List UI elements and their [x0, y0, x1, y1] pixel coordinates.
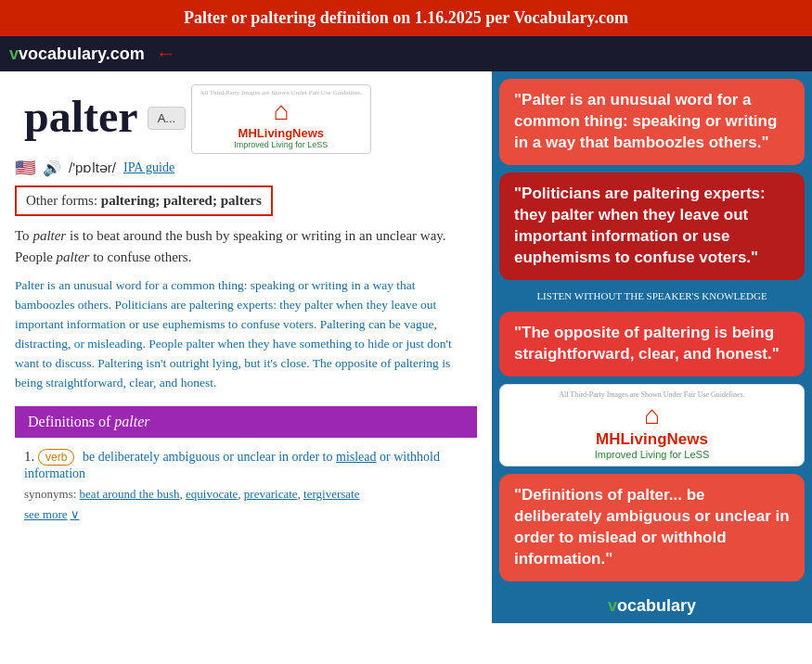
callout-text-3: "The opposite of paltering is being stra…: [514, 324, 780, 363]
synonym-4[interactable]: tergiversate: [303, 487, 359, 501]
nav-arrow-left: ←: [156, 42, 176, 66]
logo-card-notice: All Third-Party Images are Shown Under F…: [509, 390, 794, 399]
definitions-word: palter: [114, 414, 149, 429]
mhliving-title: MHLivingNews: [200, 126, 362, 140]
left-content: palter A... All Third-Party Images are S…: [0, 71, 492, 622]
definitions-header: Definitions of palter: [15, 406, 477, 438]
bottom-bar-hint: LISTEN WITHOUT THE SPEAKER'S KNOWLEDGE: [492, 287, 812, 304]
def-text: be deliberately ambiguous or unclear in …: [24, 450, 440, 480]
word-title: palter: [24, 91, 138, 142]
header-title: Palter or paltering definition on 1.16.2…: [184, 8, 628, 27]
see-more-label: see more: [24, 507, 68, 522]
bottom-bar-text: LISTEN WITHOUT THE SPEAKER'S KNOWLEDGE: [536, 290, 767, 301]
def-num-label: 1.: [24, 449, 34, 464]
callout-text-2: "Politicians are paltering experts: they…: [514, 185, 766, 266]
mhliving-card: All Third-Party Images are Shown Under F…: [191, 84, 370, 154]
house-icon: ⌂: [200, 96, 362, 126]
verb-badge: verb: [38, 449, 74, 466]
callout-text-1: "Palter is an unusual word for a common …: [514, 91, 777, 151]
top-nav: vvocabulary.com ←: [0, 36, 812, 71]
flag-icon: 🇺🇸: [15, 158, 35, 178]
main-definition: To palter is to beat around the bush by …: [15, 225, 477, 267]
logo-text: vocabulary.com: [19, 45, 145, 63]
synonym-2[interactable]: equivocate: [186, 487, 238, 501]
mislead-link[interactable]: mislead: [336, 450, 377, 464]
pronunciation-row: 🇺🇸 🔊 /'pɒltər/ IPA guide: [15, 158, 477, 178]
other-forms-values: paltering; paltered; palters: [101, 193, 262, 208]
synonym-1[interactable]: beat around the bush: [80, 487, 180, 501]
right-content: "Palter is an unusual word for a common …: [492, 71, 812, 622]
add-button-label: A...: [158, 111, 176, 125]
logo-card-sub: Improved Living for LeSS: [509, 449, 794, 460]
extended-description: Palter is an unusual word for a common t…: [15, 276, 477, 393]
top-logo-area: palter A... All Third-Party Images are S…: [15, 81, 477, 158]
main-area: palter A... All Third-Party Images are S…: [0, 71, 812, 622]
chevron-down-icon: ∨: [71, 507, 80, 522]
callout-box-3: "The opposite of paltering is being stra…: [499, 312, 805, 377]
mhliving-subtitle: Improved Living for LeSS: [200, 140, 362, 149]
other-forms-box: Other forms: paltering; paltered; palter…: [15, 185, 273, 216]
speaker-icon[interactable]: 🔊: [43, 160, 61, 177]
add-button[interactable]: A...: [148, 107, 187, 130]
word-em-1: palter: [32, 228, 66, 243]
right-bottom-vocab: vocabulary: [492, 589, 812, 623]
ipa-text: /'pɒltər/: [69, 160, 116, 176]
word-em-2: palter: [57, 249, 90, 264]
synonyms-line: synonyms: beat around the bush, equivoca…: [24, 487, 468, 502]
ipa-guide-link[interactable]: IPA guide: [123, 160, 174, 175]
other-forms-label: Other forms:: [26, 193, 97, 208]
logo-card-bottom: All Third-Party Images are Shown Under F…: [499, 384, 805, 466]
logo-card-title: MHLivingNews: [509, 430, 794, 449]
callout-box-2: "Politicians are paltering experts: they…: [499, 172, 805, 280]
def-number: 1. verb be deliberately ambiguous or unc…: [24, 449, 468, 481]
callout-box-1: "Palter is an unusual word for a common …: [499, 79, 805, 165]
synonym-3[interactable]: prevaricate: [244, 487, 298, 501]
definition-item-1: 1. verb be deliberately ambiguous or unc…: [15, 449, 477, 522]
callout-box-4: "Definitions of palter... be deliberatel…: [499, 474, 805, 581]
callout-text-4: "Definitions of palter... be deliberatel…: [514, 486, 790, 568]
logo-house-icon: ⌂: [509, 401, 794, 430]
mhliving-notice: All Third-Party Images are Shown Under F…: [200, 89, 362, 96]
page-header: Palter or paltering definition on 1.16.2…: [0, 0, 812, 36]
word-title-row: palter A...: [24, 91, 186, 146]
see-more-link[interactable]: see more ∨: [24, 507, 468, 522]
logo-v: v: [9, 45, 19, 63]
vocab-logo[interactable]: vvocabulary.com: [9, 45, 145, 64]
